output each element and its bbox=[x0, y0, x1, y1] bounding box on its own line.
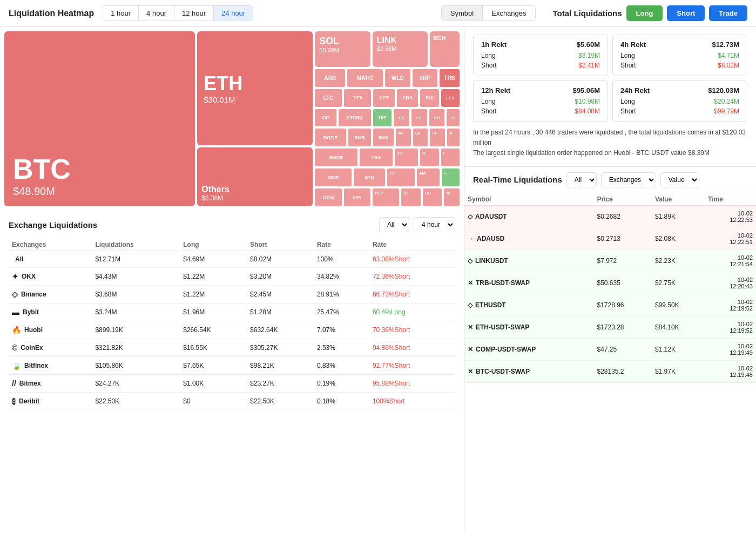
rt-exchanges-select[interactable]: Exchanges bbox=[601, 172, 656, 187]
exchange-table-body: All $12.71M $4.69M $8.02M 100% 63.08%Sho… bbox=[9, 251, 455, 410]
rt-time-1: 10-02 12:22:51 bbox=[705, 227, 756, 249]
col-short: Short bbox=[247, 239, 314, 251]
ex-name-cell: ✦ OKX bbox=[9, 268, 92, 286]
left-column: BTC $48.90M ETH $30.01M Others $6.36M bbox=[0, 27, 464, 533]
long-button[interactable]: Long bbox=[626, 5, 663, 21]
rt-sym-0: ◇ ADAUSDT bbox=[464, 205, 593, 227]
rt-sym-icon-6: ✕ bbox=[468, 346, 473, 353]
rt-sym-label-4: ETHUSDT bbox=[475, 301, 506, 309]
hm-10t: 10T bbox=[373, 109, 392, 127]
exchange-filter: All 4 hour bbox=[379, 217, 455, 232]
exchange-table-row: ◇ Binance $3.68M $1.22M $2.45M 28.91% 66… bbox=[9, 286, 455, 303]
ex-liq-4: $899.19K bbox=[92, 321, 180, 339]
trade-button[interactable]: Trade bbox=[709, 5, 747, 21]
1h-short-label: Short bbox=[481, 62, 497, 69]
exchange-table-row: // Bitmex $24.27K $1.00K $23.27K 0.19% 9… bbox=[9, 375, 455, 393]
exchange-period-select[interactable]: 4 hour bbox=[414, 217, 455, 232]
ex-icon-5: © bbox=[12, 343, 17, 352]
exchange-table-row: 🍃 Bitfinex $105.86K $7.65K $98.21K 0.83%… bbox=[9, 357, 455, 375]
rt-value-7: $1.97K bbox=[652, 360, 705, 382]
ex-name-cell: © CoinEx bbox=[9, 339, 92, 357]
ex-liq-3: $3.24M bbox=[92, 303, 180, 321]
rt-sym-6: ✕ COMP-USDT-SWAP bbox=[464, 338, 593, 360]
ex-icon-6: 🍃 bbox=[12, 361, 21, 370]
rt-time-6: 10-02 12:19:49 bbox=[705, 338, 756, 360]
rt-sym-icon-7: ✕ bbox=[468, 368, 473, 375]
rt-value-6: $1.12K bbox=[652, 338, 705, 360]
1h-total: $5.60M bbox=[577, 41, 600, 49]
rt-col-symbol: Symbol bbox=[464, 193, 593, 206]
rt-sym-label-6: COMP-USDT-SWAP bbox=[476, 346, 536, 353]
ex-rate-0: 100% bbox=[314, 251, 369, 268]
24h-label: 24h Rekt bbox=[620, 86, 650, 95]
rt-time-2: 10-02 12:21:54 bbox=[705, 249, 756, 272]
realtime-section: Real-Time Liquidations All Exchanges Val… bbox=[464, 167, 756, 533]
others-value: $6.36M bbox=[201, 194, 308, 202]
rt-sym-5: ✕ ETH-USDT-SWAP bbox=[464, 316, 593, 338]
realtime-table-row: ◇ LINKUSDT $7.972 $2.23K 10-02 12:21:54 bbox=[464, 249, 756, 272]
rt-all-select[interactable]: All bbox=[566, 172, 597, 187]
rt-price-2: $7.972 bbox=[593, 249, 651, 272]
rt-price-3: $50.635 bbox=[593, 272, 651, 294]
ex-label-0: All bbox=[15, 255, 23, 263]
tab-12hour[interactable]: 12 hour bbox=[174, 6, 214, 21]
rt-symbol-cell-5: ✕ ETH-USDT-SWAP bbox=[468, 323, 590, 331]
realtime-header: Real-Time Liquidations All Exchanges Val… bbox=[464, 167, 756, 193]
exchange-header: Exchange Liquidations All 4 hour bbox=[9, 217, 455, 232]
ex-shortrate-0: 63.08%Short bbox=[369, 251, 455, 268]
tab-24hour[interactable]: 24 hour bbox=[214, 6, 253, 21]
exchange-table-row: 🔥 Huobi $899.19K $266.54K $632.64K 7.07%… bbox=[9, 321, 455, 339]
hm-doge: DOGE bbox=[315, 129, 346, 146]
app-title: Liquidation Heatmap bbox=[9, 9, 94, 18]
rt-time-3: 10-02 12:20:43 bbox=[705, 272, 756, 294]
sol-link-row: SOL $5.99M LINK $2.58M BCH bbox=[315, 31, 460, 67]
tab-4hour[interactable]: 4 hour bbox=[139, 6, 174, 21]
hm-row-7: MKR DYD TO AM FI bbox=[315, 168, 460, 186]
ex-short-8: $22.50K bbox=[247, 393, 314, 410]
realtime-table-row: ✕ ETH-USDT-SWAP $1723.28 $84.10K 10-02 1… bbox=[464, 316, 756, 338]
realtime-table-row: ✕ TRB-USDT-SWAP $50.635 $2.75K 10-02 12:… bbox=[464, 272, 756, 294]
short-button[interactable]: Short bbox=[667, 5, 705, 21]
ex-icon-1: ✦ bbox=[12, 272, 18, 281]
ex-label-1: OKX bbox=[22, 273, 36, 280]
col-rate1: Rate bbox=[314, 239, 369, 251]
ex-long-4: $266.54K bbox=[180, 321, 247, 339]
ex-label-5: CoinEx bbox=[21, 344, 43, 352]
rt-symbol-cell-3: ✕ TRB-USDT-SWAP bbox=[468, 279, 590, 287]
ex-liq-1: $4.43M bbox=[92, 268, 180, 286]
ex-shortrate-4: 70.36%Short bbox=[369, 321, 455, 339]
sol-value: $5.99M bbox=[319, 47, 366, 53]
heatmap-btc: BTC $48.90M bbox=[4, 31, 195, 206]
rt-time-5: 10-02 12:19:52 bbox=[705, 316, 756, 338]
rt-symbol-cell-2: ◇ LINKUSDT bbox=[468, 257, 590, 265]
total-liq-title: Total Liquidations bbox=[553, 9, 622, 18]
hm-ygg: YGG bbox=[360, 149, 393, 166]
tab-1hour[interactable]: 1 hour bbox=[103, 6, 139, 21]
hm-lpt: LPT bbox=[373, 89, 395, 107]
hm-wld: WLD bbox=[385, 69, 410, 87]
realtime-table-row: ✕ COMP-USDT-SWAP $47.25 $1.12K 10-02 12:… bbox=[464, 338, 756, 360]
ex-liq-7: $24.27K bbox=[92, 375, 180, 393]
realtime-table-row: ◇ ADAUSDT $0.2682 $1.89K 10-02 12:22:53 bbox=[464, 205, 756, 227]
ex-icon-7: // bbox=[12, 379, 16, 388]
rt-price-4: $1728.96 bbox=[593, 294, 651, 316]
tab-exchanges[interactable]: Exchanges bbox=[483, 6, 535, 21]
rt-time-7: 10-02 12:19:48 bbox=[705, 360, 756, 382]
rt-sym-label-5: ETH-USDT-SWAP bbox=[476, 323, 529, 331]
ex-name-cell: All bbox=[9, 251, 92, 268]
hm-op: OP bbox=[315, 109, 336, 127]
eth-value: $30.01M bbox=[204, 95, 306, 104]
rt-price-0: $0.2682 bbox=[593, 205, 651, 227]
rt-value-select[interactable]: Value bbox=[660, 172, 699, 187]
hm-g: G bbox=[447, 109, 460, 127]
rt-sym-7: ✕ BTC-USDT-SWAP bbox=[464, 360, 593, 382]
tab-symbol[interactable]: Symbol bbox=[442, 6, 483, 21]
ex-name-4: 🔥 Huobi bbox=[12, 326, 89, 334]
ex-short-3: $1.28M bbox=[247, 303, 314, 321]
exchange-all-select[interactable]: All bbox=[379, 217, 409, 232]
hm-mkr: MKR bbox=[315, 168, 351, 186]
rt-sym-icon-5: ✕ bbox=[468, 323, 473, 331]
realtime-title: Real-Time Liquidations bbox=[473, 175, 562, 184]
realtime-table: Symbol Price Value Time ◇ ADAUSDT $0.268… bbox=[464, 193, 756, 383]
rt-symbol-cell-0: ◇ ADAUSDT bbox=[468, 213, 590, 220]
